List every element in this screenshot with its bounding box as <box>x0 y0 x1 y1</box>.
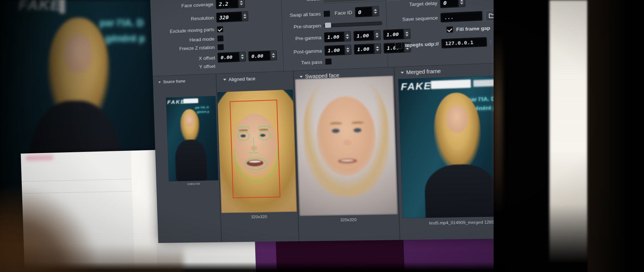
spinner-buttons[interactable] <box>270 51 277 61</box>
panel-header-merged-frame[interactable]: Merged frame <box>401 68 441 76</box>
mpegts-checkbox[interactable] <box>395 42 402 49</box>
x-offset-label: X offset <box>156 55 215 63</box>
spinner-down-icon[interactable] <box>243 17 246 20</box>
spinner-up-icon[interactable] <box>375 31 378 35</box>
post-gamma-row: Post-gamma 1.00 1.00 1.00 <box>286 42 411 57</box>
panel-header-aligned-face[interactable]: Aligned face <box>223 76 256 83</box>
target-delay-row: Target delay 0 <box>390 0 466 11</box>
spinner-down-icon[interactable] <box>460 2 463 6</box>
post-gamma-r-value: 1.00 <box>324 45 345 56</box>
spinner-down-icon[interactable] <box>375 36 378 39</box>
dark-room-right <box>494 0 644 272</box>
collapse-arrow-icon[interactable] <box>223 79 226 82</box>
spinner-down-icon[interactable] <box>374 12 377 15</box>
news-brand-logo: FAKE <box>401 80 432 93</box>
spinner-down-icon[interactable] <box>346 37 349 41</box>
spinner-buttons[interactable] <box>242 11 248 22</box>
spinner-up-icon[interactable] <box>346 32 349 36</box>
face-coverage-label: Face coverage <box>154 1 213 10</box>
spinner-up-icon[interactable] <box>243 12 246 16</box>
pre-sharpen-row: Pre-sharpen <box>286 20 382 30</box>
window-text-smudge <box>26 155 54 161</box>
slider-handle[interactable] <box>325 22 331 28</box>
post-gamma-r-spinner[interactable]: 1.00 <box>324 45 352 55</box>
pre-gamma-r-spinner[interactable]: 1.00 <box>324 31 351 43</box>
spinner-down-icon[interactable] <box>346 50 350 54</box>
swapped-face-image <box>295 76 398 216</box>
pre-gamma-b-value: 1.00 <box>383 29 404 40</box>
bright-background-band <box>549 0 588 272</box>
pre-gamma-b-spinner[interactable]: 1.00 <box>383 29 411 40</box>
pre-sharpen-slider[interactable] <box>324 21 382 28</box>
news-logo-bar <box>431 79 471 89</box>
spinner-buttons[interactable] <box>458 0 465 7</box>
mpegts-ip-field[interactable]: 127.0.0.1 <box>441 37 487 48</box>
two-pass-checkbox[interactable] <box>325 58 332 65</box>
spinner-buttons[interactable] <box>374 43 381 54</box>
swap-all-faces-checkbox[interactable] <box>323 10 330 17</box>
save-sequence-path-field[interactable]: ... <box>440 11 482 22</box>
spinner-up-icon[interactable] <box>405 30 409 34</box>
head-mode-label: Head mode <box>155 36 215 44</box>
x-offset-spinner-2[interactable]: 0.00 <box>248 51 277 61</box>
two-pass-row: Two pass <box>287 58 332 66</box>
swap-all-faces-row: Swap all faces Face ID 0 <box>285 6 379 20</box>
anchor-body <box>175 139 207 181</box>
collapse-arrow-icon[interactable] <box>159 82 161 84</box>
post-gamma-g-spinner[interactable]: 1.00 <box>354 43 381 55</box>
face-id-spinner[interactable]: 0 <box>355 6 379 17</box>
exclude-moving-parts-checkbox[interactable] <box>217 26 224 32</box>
spinner-buttons[interactable] <box>238 0 245 8</box>
spinner-up-icon[interactable] <box>346 46 349 49</box>
spinner-up-icon[interactable] <box>460 0 463 1</box>
spinner-up-icon[interactable] <box>376 45 379 48</box>
foreground-bokeh <box>0 244 184 272</box>
spinner-buttons[interactable] <box>344 31 351 42</box>
pre-gamma-r-value: 1.00 <box>324 31 345 42</box>
pre-gamma-g-spinner[interactable]: 1.00 <box>353 30 381 41</box>
exclude-moving-parts-row: Exclude moving parts <box>155 26 224 35</box>
spinner-up-icon[interactable] <box>240 0 243 2</box>
spinner-buttons[interactable] <box>239 52 246 62</box>
freeze-z-rotation-checkbox[interactable] <box>217 44 224 51</box>
spinner-down-icon[interactable] <box>405 34 409 38</box>
aligned-face-caption: 320x320 <box>221 214 297 220</box>
spinner-buttons[interactable] <box>345 45 352 55</box>
panel-title: Source frame <box>163 79 185 84</box>
x-offset-spinner-1[interactable]: 0.00 <box>217 52 246 63</box>
preview-panels: Source frame Aligned face Swapped face M… <box>153 62 532 243</box>
column-separator <box>280 0 284 71</box>
spinner-down-icon[interactable] <box>272 56 275 59</box>
face-coverage-spinner[interactable]: 2.2 <box>216 0 245 9</box>
x-offset-value-2: 0.00 <box>248 51 270 61</box>
spinner-buttons[interactable] <box>404 29 411 39</box>
pre-gamma-g-value: 1.00 <box>353 30 374 41</box>
news-tagline-2: généré p <box>197 110 209 113</box>
spinner-down-icon[interactable] <box>240 4 243 7</box>
target-delay-label: Target delay <box>390 0 437 8</box>
spinner-up-icon[interactable] <box>272 52 275 55</box>
fill-frame-gap-label: Fill frame gap <box>456 25 490 32</box>
head-mode-checkbox[interactable] <box>217 35 224 42</box>
face-id-value: 0 <box>355 6 372 17</box>
spinner-up-icon[interactable] <box>241 53 244 56</box>
faceswap-app-window: Align mode From p Face coverage 2.2 Reso… <box>149 0 532 243</box>
spinner-down-icon[interactable] <box>376 49 379 53</box>
mpegts-label: mpegts udp:// <box>405 41 439 48</box>
fill-frame-gap-checkbox[interactable] <box>446 26 453 33</box>
photo-of-monitor: FAKE par l'IA. D généré p v a1) ble cont… <box>0 0 644 272</box>
model-dropdown[interactable]: Amaudruz_V0 <box>323 0 384 3</box>
swap-all-faces-label: Swap all faces <box>285 11 321 18</box>
spinner-up-icon[interactable] <box>374 7 377 11</box>
spinner-down-icon[interactable] <box>241 57 244 61</box>
monitor-edge-glow <box>494 32 503 215</box>
panel-header-source-frame[interactable]: Source frame <box>158 79 186 84</box>
target-delay-spinner[interactable]: 0 <box>440 0 465 8</box>
collapse-arrow-icon[interactable] <box>401 71 404 75</box>
spinner-buttons[interactable] <box>372 6 379 16</box>
left-brow <box>330 122 342 124</box>
spinner-buttons[interactable] <box>374 30 381 40</box>
resolution-spinner[interactable]: 320 <box>216 11 248 23</box>
resolution-label: Resolution <box>155 15 214 23</box>
model-label: Model <box>285 0 320 3</box>
